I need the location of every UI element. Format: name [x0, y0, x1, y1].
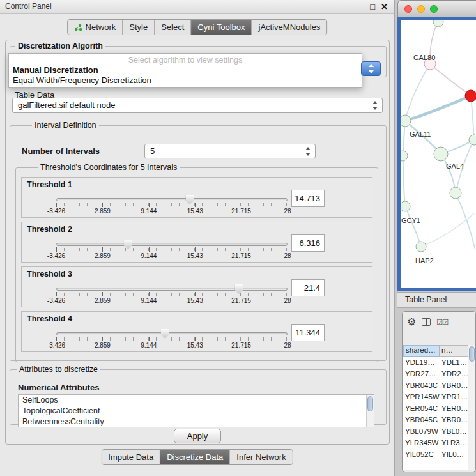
list-item[interactable]: SelfLoops: [19, 395, 374, 406]
scale-label: 2.859: [95, 252, 111, 259]
cell-shared-name: YER054C: [403, 403, 440, 414]
tab-label: Style: [129, 22, 148, 32]
threshold-3-value-field[interactable]: 21.4: [291, 279, 325, 296]
scrollbar-thumb[interactable]: [469, 346, 475, 362]
threshold-3-slider[interactable]: -3.4262.8599.14415.4321.71528: [56, 285, 288, 305]
network-node-hap2[interactable]: [416, 242, 426, 252]
num-intervals-combobox[interactable]: 5: [144, 144, 316, 158]
network-node[interactable]: [450, 187, 461, 199]
column-header-name[interactable]: n…: [440, 345, 468, 357]
cell-name: YBR0…: [440, 414, 468, 426]
table-panel-header[interactable]: Table Panel: [397, 292, 476, 308]
algorithm-combo-stepper[interactable]: [361, 61, 381, 76]
network-canvas[interactable]: GAL80 GAL11 GAL4 GCY1 HAP2: [401, 20, 476, 288]
minimize-icon[interactable]: □: [370, 0, 375, 13]
slider-track[interactable]: [56, 198, 288, 201]
slider-track[interactable]: [56, 288, 288, 291]
slider-track[interactable]: [56, 243, 288, 246]
threshold-4-value-field[interactable]: 11.344: [291, 324, 325, 341]
tab-jactivemnodules[interactable]: jActiveMNodules: [252, 20, 327, 35]
table-row[interactable]: YER054C YER0…: [403, 403, 468, 414]
list-item[interactable]: TopologicalCoefficient: [19, 406, 374, 417]
network-node[interactable]: [433, 20, 443, 27]
slider-track[interactable]: [56, 332, 288, 335]
scale-label: 9.144: [141, 342, 157, 349]
network-node[interactable]: [401, 151, 408, 161]
column-header-shared-name[interactable]: shared…: [403, 345, 440, 357]
table-data-combobox[interactable]: galFiltered.sif default node: [12, 98, 383, 113]
scale-label: 21.715: [231, 297, 251, 304]
scrollbar-thumb[interactable]: [367, 396, 373, 411]
scale-label: 9.144: [141, 297, 157, 304]
table-row[interactable]: YDL19… YDL1…: [403, 357, 468, 368]
node-label: GAL11: [410, 130, 431, 138]
dropdown-option-manual[interactable]: Manual Discretization: [13, 65, 98, 75]
network-icon: [74, 24, 82, 31]
slider-scale-labels: -3.4262.8599.14415.4321.71528: [56, 342, 288, 349]
list-item[interactable]: BetweennessCentrality: [19, 417, 374, 427]
scale-label: -3.426: [47, 208, 65, 215]
apply-button[interactable]: Apply: [174, 429, 221, 443]
scale-label: 15.43: [187, 252, 203, 259]
settings-gear-icon[interactable]: ⚙: [407, 316, 416, 328]
network-node-gcy1[interactable]: [401, 201, 410, 211]
slider-tick-marks: [56, 293, 288, 296]
slider-scale-labels: -3.4262.8599.14415.4321.71528: [56, 252, 288, 260]
threshold-1-slider[interactable]: -3.4262.8599.14415.4321.71528: [56, 196, 288, 216]
attributes-list[interactable]: SelfLoopsTopologicalCoefficientBetweenne…: [18, 394, 374, 427]
table-row[interactable]: YDR27… YDR2…: [403, 368, 468, 380]
tab-infer-network[interactable]: Infer Network: [230, 450, 292, 464]
cell-name: YIL0…: [440, 449, 468, 460]
group-title: Attributes to discretize: [17, 365, 100, 374]
dropdown-option-equal-width[interactable]: Equal Width/Frequency Discretization: [13, 75, 151, 85]
tab-cyni-toolbox[interactable]: Cyni Toolbox: [191, 20, 252, 35]
threshold-2-slider[interactable]: -3.4262.8599.14415.4321.71528: [56, 240, 288, 261]
cell-shared-name: YPR145W: [403, 391, 440, 403]
table-row[interactable]: YBR045C YBR0…: [403, 414, 468, 426]
close-traffic-light-icon[interactable]: [404, 5, 412, 13]
network-window-titlebar[interactable]: [397, 0, 476, 17]
network-node-labels: GAL80 GAL11 GAL4 GCY1 HAP2: [401, 54, 464, 265]
table-row[interactable]: YLR345W YLR3…: [403, 437, 468, 449]
scale-label: 9.144: [141, 252, 157, 259]
threshold-2-value-field[interactable]: 6.316: [291, 234, 325, 252]
table-row[interactable]: YBL079W YBL0…: [403, 426, 468, 437]
control-panel-titlebar[interactable]: Control Panel □ ✕: [0, 0, 394, 14]
cell-shared-name: YDL19…: [403, 357, 440, 368]
cell-name: YLR3…: [440, 437, 468, 449]
algorithm-dropdown-popup: Select algorithm to view settings Manual…: [8, 53, 362, 88]
table-row[interactable]: YIL052C YIL0…: [403, 449, 468, 460]
window-title: Control Panel: [5, 2, 52, 11]
tab-style[interactable]: Style: [123, 20, 155, 35]
numerical-attributes-label: Numerical Attributes: [18, 383, 99, 392]
network-node-gal4[interactable]: [434, 147, 448, 161]
scale-label: 15.43: [187, 208, 203, 215]
tab-network[interactable]: Network: [68, 20, 123, 35]
cell-shared-name: YBR045C: [403, 414, 440, 426]
table-row[interactable]: YBR043C YBR0…: [403, 380, 468, 391]
attributes-scrollbar[interactable]: [366, 395, 374, 427]
scale-label: 9.144: [141, 208, 157, 215]
tab-discretize-data[interactable]: Discretize Data: [160, 450, 230, 464]
scale-label: 21.715: [231, 208, 251, 215]
network-node[interactable]: [469, 135, 476, 145]
select-columns-checkboxes-icon[interactable]: ☑☑: [436, 318, 448, 326]
cell-name: YDR2…: [440, 368, 468, 380]
zoom-traffic-light-icon[interactable]: [430, 5, 438, 13]
node-label: HAP2: [415, 257, 434, 265]
scale-label: 15.43: [187, 297, 203, 304]
minimize-traffic-light-icon[interactable]: [417, 5, 425, 13]
tab-select[interactable]: Select: [155, 20, 191, 35]
threshold-4-slider[interactable]: -3.4262.8599.14415.4321.71528: [56, 330, 288, 350]
network-node-selected[interactable]: [465, 90, 476, 102]
close-icon[interactable]: ✕: [381, 0, 388, 13]
columns-icon[interactable]: [422, 318, 431, 326]
table-scrollbar[interactable]: [468, 345, 475, 470]
scale-label: 21.715: [231, 252, 251, 259]
network-node-gal11[interactable]: [401, 115, 411, 127]
tab-impute-data[interactable]: Impute Data: [102, 450, 160, 464]
table-row[interactable]: YPR145W YPR1…: [403, 391, 468, 403]
threshold-1-value-field[interactable]: 14.713: [291, 190, 325, 207]
group-title: Threshold's Coordinates for 5 Intervals: [38, 163, 180, 172]
node-label: GAL80: [413, 54, 435, 61]
